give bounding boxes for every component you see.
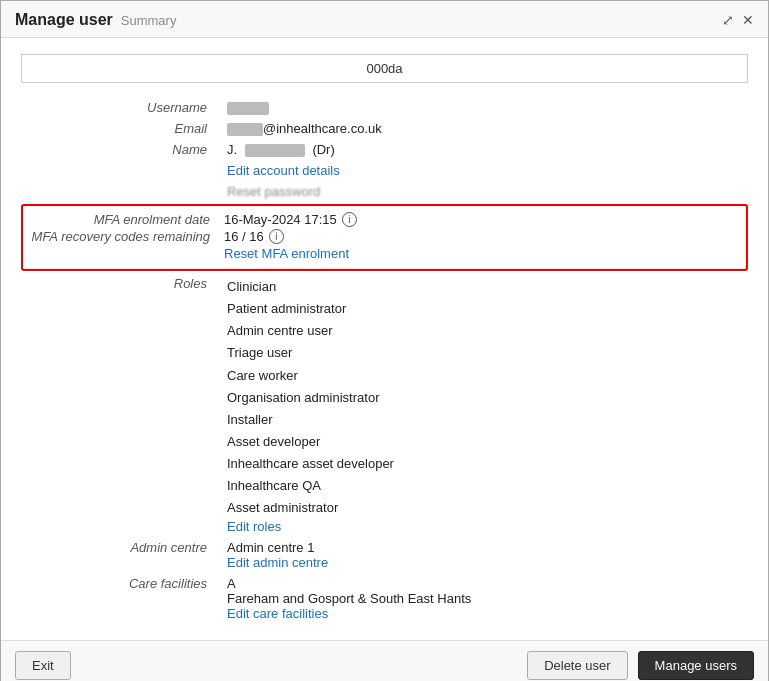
dialog-footer: Exit Delete user Manage users <box>1 640 768 681</box>
admin-centre-value: Admin centre 1 <box>227 540 742 555</box>
edit-account-link-cell: Edit account details <box>221 160 748 181</box>
expand-icon[interactable]: ⤢ <box>722 12 734 28</box>
role-item: Admin centre user <box>227 320 742 342</box>
reset-password-spacer <box>21 181 221 202</box>
footer-left: Exit <box>15 651 71 680</box>
reset-mfa-row: Reset MFA enrolment <box>29 246 736 261</box>
username-label: Username <box>21 97 221 118</box>
manage-users-button[interactable]: Manage users <box>638 651 754 680</box>
email-row: Email @inhealthcare.co.uk <box>21 118 748 139</box>
role-item: Patient administrator <box>227 298 742 320</box>
exit-button[interactable]: Exit <box>15 651 71 680</box>
name-redacted <box>245 144 305 157</box>
role-item: Triage user <box>227 342 742 364</box>
role-item: Asset developer <box>227 431 742 453</box>
edit-care-facilities-link[interactable]: Edit care facilities <box>227 606 328 621</box>
name-prefix: J. <box>227 142 237 157</box>
manage-user-dialog: Manage user Summary ⤢ ✕ 000da Username <box>0 0 769 681</box>
mfa-recovery-count: 16 / 16 <box>224 229 264 244</box>
footer-right: Delete user Manage users <box>527 651 754 680</box>
email-label: Email <box>21 118 221 139</box>
role-item: Organisation administrator <box>227 387 742 409</box>
username-row: Username <box>21 97 748 118</box>
mfa-recovery-label: MFA recovery codes remaining <box>29 229 224 244</box>
mfa-recovery-value: 16 / 16 i <box>224 229 284 244</box>
email-domain: @inhealthcare.co.uk <box>263 121 382 136</box>
admin-centre-label: Admin centre <box>21 537 221 573</box>
roles-row: Roles ClinicianPatient administratorAdmi… <box>21 273 748 537</box>
role-item: Inhealthcare asset developer <box>227 453 742 475</box>
dialog-header: Manage user Summary ⤢ ✕ <box>1 1 768 38</box>
reset-password-link[interactable]: Reset password <box>227 184 320 199</box>
care-facilities-label: Care facilities <box>21 573 221 624</box>
info-table: Username Email @inhealthcare.co.uk Name <box>21 97 748 624</box>
role-item: Care worker <box>227 365 742 387</box>
roles-list: ClinicianPatient administratorAdmin cent… <box>227 276 742 519</box>
mfa-enrolment-row: MFA enrolment date 16-May-2024 17:15 i <box>29 212 736 227</box>
care-facility-2: Fareham and Gosport & South East Hants <box>227 591 742 606</box>
user-id-row: 000da <box>21 54 748 83</box>
dialog-controls: ⤢ ✕ <box>722 12 754 28</box>
care-facility-1: A <box>227 576 742 591</box>
mfa-enrolment-label: MFA enrolment date <box>29 212 224 227</box>
care-facilities-value-cell: A Fareham and Gosport & South East Hants… <box>221 573 748 624</box>
role-item: Clinician <box>227 276 742 298</box>
mfa-recovery-info-icon[interactable]: i <box>269 229 284 244</box>
role-item: Inhealthcare QA <box>227 475 742 497</box>
delete-user-button[interactable]: Delete user <box>527 651 627 680</box>
reset-mfa-link[interactable]: Reset MFA enrolment <box>224 246 349 261</box>
edit-roles-link[interactable]: Edit roles <box>227 519 281 534</box>
mfa-enrolment-value: 16-May-2024 17:15 i <box>224 212 357 227</box>
user-id: 000da <box>366 61 402 76</box>
dialog-title-group: Manage user Summary <box>15 11 176 29</box>
edit-admin-centre-link[interactable]: Edit admin centre <box>227 555 328 570</box>
name-row: Name J. (Dr) <box>21 139 748 160</box>
dialog-subtitle: Summary <box>121 13 177 28</box>
admin-centre-row: Admin centre Admin centre 1 Edit admin c… <box>21 537 748 573</box>
edit-account-row: Edit account details <box>21 160 748 181</box>
edit-account-spacer <box>21 160 221 181</box>
dialog-body: 000da Username Email @inhealthcare.co.uk <box>1 38 768 640</box>
mfa-section: MFA enrolment date 16-May-2024 17:15 i M… <box>21 204 748 271</box>
email-redacted <box>227 123 263 136</box>
username-redacted <box>227 102 269 115</box>
roles-value: ClinicianPatient administratorAdmin cent… <box>221 273 748 537</box>
mfa-enrolment-info-icon[interactable]: i <box>342 212 357 227</box>
mfa-recovery-row: MFA recovery codes remaining 16 / 16 i <box>29 229 736 244</box>
reset-password-link-cell: Reset password <box>221 181 748 202</box>
name-suffix: (Dr) <box>312 142 334 157</box>
care-facilities-row: Care facilities A Fareham and Gosport & … <box>21 573 748 624</box>
reset-password-row: Reset password <box>21 181 748 202</box>
roles-label: Roles <box>21 273 221 537</box>
mfa-enrolment-date: 16-May-2024 17:15 <box>224 212 337 227</box>
role-item: Asset administrator <box>227 497 742 519</box>
mfa-block-cell: MFA enrolment date 16-May-2024 17:15 i M… <box>21 202 748 273</box>
close-icon[interactable]: ✕ <box>742 12 754 28</box>
role-item: Installer <box>227 409 742 431</box>
email-value: @inhealthcare.co.uk <box>221 118 748 139</box>
edit-account-link[interactable]: Edit account details <box>227 163 340 178</box>
name-label: Name <box>21 139 221 160</box>
admin-centre-value-cell: Admin centre 1 Edit admin centre <box>221 537 748 573</box>
name-value: J. (Dr) <box>221 139 748 160</box>
mfa-section-row: MFA enrolment date 16-May-2024 17:15 i M… <box>21 202 748 273</box>
username-value <box>221 97 748 118</box>
dialog-title: Manage user <box>15 11 113 29</box>
